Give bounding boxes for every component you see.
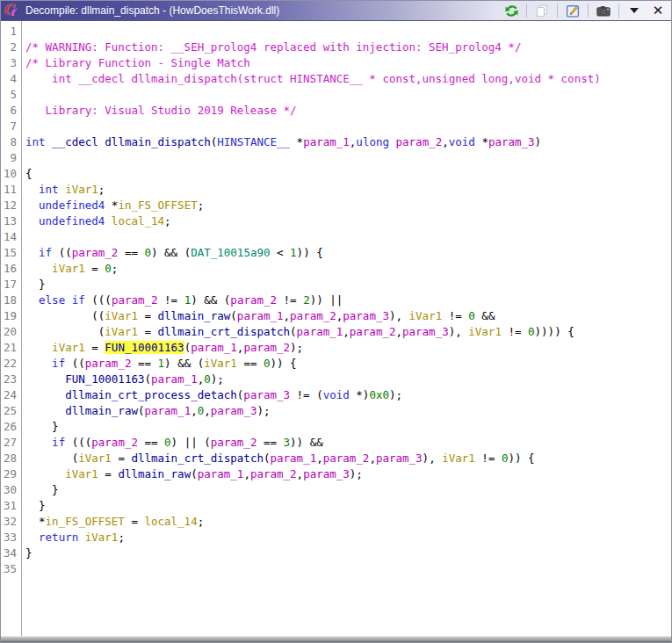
copy-button[interactable] [533, 3, 551, 19]
code-token[interactable]: 1 [158, 357, 165, 370]
code-token[interactable]: param_2 [250, 467, 297, 480]
code-token[interactable]: if [72, 293, 85, 307]
code-token[interactable]: param_2 [396, 135, 443, 148]
code-token[interactable]: 0 [164, 436, 171, 449]
re-decompile-button[interactable] [502, 3, 520, 19]
code-token[interactable] [25, 372, 65, 386]
code-token[interactable]: DAT_10015a90 [191, 246, 270, 259]
code-token[interactable] [389, 135, 396, 148]
code-token[interactable]: dllmain_dispatch [105, 135, 210, 148]
decompiler-code-panel[interactable]: 12/* WARNING: Function: __SEH_prolog4 re… [1, 21, 671, 636]
code-token[interactable]: iVar1 [105, 309, 138, 322]
code-token[interactable]: } [25, 420, 59, 433]
code-token[interactable]: param_2 [323, 452, 370, 465]
code-token[interactable]: ; [112, 262, 119, 275]
code-token[interactable]: dllmain_crt_dispatch [158, 325, 291, 338]
code-token[interactable]: param_3 [376, 452, 423, 465]
code-token[interactable]: != ( [290, 388, 323, 401]
code-token[interactable]: param_3 [402, 325, 449, 338]
code-token[interactable]: param_1 [144, 404, 191, 417]
code-token[interactable]: if [39, 246, 52, 259]
code-token[interactable] [25, 388, 65, 401]
code-token[interactable] [25, 183, 39, 196]
code-token[interactable]: ; [164, 214, 171, 228]
code-token[interactable]: param_2 [211, 436, 257, 449]
code-token[interactable]: )) { [297, 246, 323, 259]
code-token[interactable]: ulong [356, 135, 389, 148]
code-token[interactable]: undefined4 [39, 199, 105, 212]
code-token[interactable]: param_1 [151, 372, 198, 386]
code-token[interactable] [78, 531, 85, 544]
code-token[interactable] [25, 467, 65, 480]
code-token[interactable]: } [25, 483, 59, 496]
code-token[interactable]: (( [25, 309, 105, 322]
code-token[interactable]: if [52, 357, 65, 370]
code-token[interactable]: Library: Visual Studio 2019 Release */ [25, 104, 297, 117]
code-token[interactable]: ; [198, 199, 205, 212]
code-token[interactable]: != [158, 293, 184, 307]
code-token[interactable]: if [52, 436, 65, 449]
code-token[interactable]: } [25, 499, 46, 512]
code-token[interactable] [25, 531, 39, 544]
code-token[interactable]: param_1 [303, 135, 350, 148]
code-token[interactable]: FUN_10001163 [65, 372, 144, 386]
code-token[interactable]: 1 [290, 246, 297, 259]
code-token[interactable]: iVar1 [105, 325, 138, 338]
edit-button[interactable] [564, 3, 582, 19]
code-token[interactable]: param_2 [112, 293, 158, 307]
code-token[interactable]: param_2 [91, 436, 138, 449]
code-token[interactable]: ( [144, 372, 151, 386]
code-token[interactable]: 0 [105, 262, 112, 275]
code-token[interactable]: 0 [204, 372, 211, 386]
close-button[interactable]: ✕ [649, 3, 667, 19]
code-token[interactable]: , [395, 325, 402, 338]
code-token[interactable]: param_1 [270, 452, 316, 465]
code-token[interactable] [65, 293, 72, 307]
code-token[interactable] [25, 246, 39, 259]
code-token[interactable]: param_3 [303, 467, 350, 480]
code-token[interactable]: param_3 [243, 388, 290, 401]
code-token[interactable]: iVar1 [52, 262, 85, 275]
code-token[interactable]: , [284, 309, 291, 322]
code-token[interactable]: == [257, 436, 283, 449]
code-token[interactable]: in_FS_OFFSET [118, 199, 197, 212]
code-token[interactable]: != [277, 293, 303, 307]
code-token[interactable]: 0 [145, 246, 152, 259]
code-token[interactable]: = [138, 309, 158, 322]
code-token[interactable]: undefined4 [39, 214, 105, 228]
code-token[interactable]: = [112, 452, 132, 465]
code-token[interactable]: dllmain_crt_dispatch [131, 452, 264, 465]
code-token[interactable]: ( [25, 325, 105, 338]
code-token[interactable]: void [449, 135, 475, 148]
code-token[interactable]: ), [389, 309, 409, 322]
code-token[interactable] [25, 341, 52, 354]
code-token[interactable]: )) && [290, 436, 323, 449]
code-token[interactable]: * [25, 515, 46, 528]
code-token[interactable]: ; [198, 515, 205, 528]
code-token[interactable]: (( [65, 357, 85, 370]
code-token[interactable]: param_1 [237, 309, 284, 322]
code-token[interactable]: { [25, 167, 33, 180]
code-token[interactable]: return [39, 531, 78, 544]
code-token[interactable]: , [191, 404, 198, 417]
code-token[interactable]: 0x0 [369, 388, 389, 401]
code-token[interactable]: = [125, 515, 145, 528]
code-token[interactable]: ); [290, 341, 303, 354]
code-token[interactable]: param_2 [230, 293, 277, 307]
code-token[interactable]: != [502, 325, 528, 338]
code-token[interactable]: ); [389, 388, 402, 401]
code-token[interactable]: iVar1 [65, 467, 98, 480]
code-token[interactable]: , [442, 135, 449, 148]
code-token[interactable] [25, 199, 39, 212]
code-token[interactable]: ); [350, 467, 363, 480]
code-token[interactable]: in_FS_OFFSET [46, 515, 125, 528]
snapshot-button[interactable] [595, 3, 612, 19]
code-token[interactable]: ) && ( [151, 246, 191, 259]
code-token[interactable]: param_1 [191, 341, 237, 354]
code-token[interactable]: , [343, 325, 350, 338]
code-token[interactable]: * [105, 199, 118, 212]
code-token[interactable] [25, 293, 39, 307]
code-token[interactable]: __cdecl [52, 135, 98, 148]
code-token[interactable]: param_2 [290, 309, 336, 322]
code-token[interactable] [105, 214, 112, 228]
